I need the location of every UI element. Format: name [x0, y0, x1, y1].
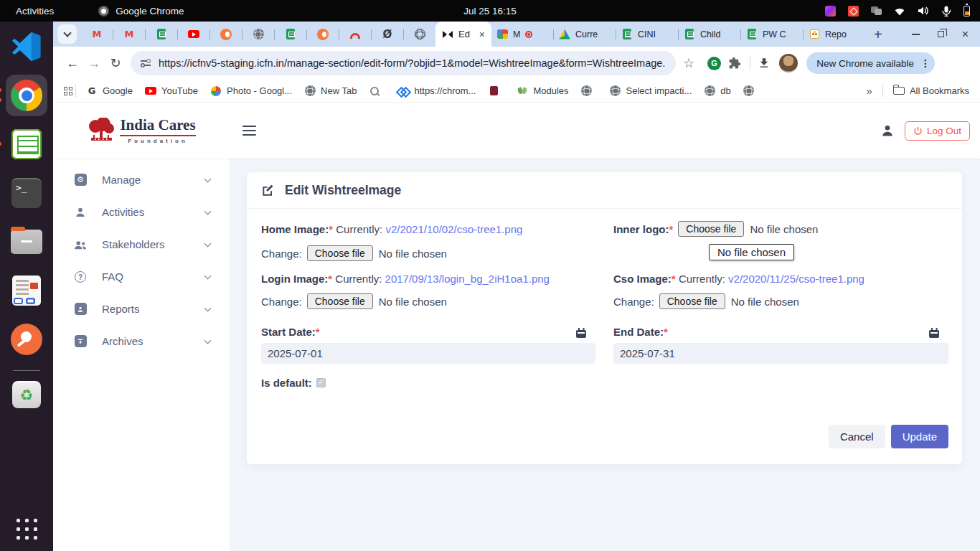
apps-grid-icon[interactable] [64, 87, 72, 95]
extensions-button[interactable] [728, 57, 741, 70]
dock-libreoffice-calc[interactable] [6, 123, 47, 165]
start-date-input[interactable] [261, 343, 595, 364]
dock-terminal[interactable]: >_ [6, 172, 47, 214]
bookmark-star-icon[interactable]: ☆ [683, 55, 694, 71]
cancel-button[interactable]: Cancel [829, 425, 885, 448]
sidebar-item-activities[interactable]: Activities [53, 196, 230, 228]
question-icon: ? [75, 271, 86, 283]
currently-label: Currently: [335, 273, 382, 285]
restore-icon[interactable] [938, 31, 944, 37]
tab-meet[interactable]: M [491, 22, 553, 47]
workspace-cube-icon[interactable] [825, 6, 836, 17]
logout-button[interactable]: Log Out [905, 121, 970, 141]
dock-chrome[interactable] [6, 75, 47, 116]
is-default-checkbox[interactable] [316, 378, 326, 387]
login-image-link[interactable]: 2017/09/13/login_bg_2iH1oa1.png [385, 273, 550, 285]
cso-image-link[interactable]: v2/2020/11/25/cso-tree1.png [728, 273, 864, 285]
home-image-choose-file-button[interactable]: Choose file [307, 245, 373, 261]
tab-sheet-child[interactable]: Child [679, 22, 740, 47]
volume-icon[interactable] [918, 6, 929, 16]
bookmark-photos[interactable]: Photo - Googl... [210, 85, 292, 97]
sidebar-item-reports[interactable]: Reports [53, 293, 230, 325]
address-bar[interactable]: https://icfnv5-staging.icfn.in/manage-se… [131, 51, 676, 75]
wifi-icon[interactable] [894, 6, 905, 16]
bookmark-stamp[interactable] [488, 85, 504, 97]
bookmark-modules[interactable]: Modules [517, 85, 568, 97]
dock-trash[interactable]: ♻ [9, 378, 44, 411]
grammarly-icon[interactable]: G [707, 57, 721, 70]
bookmark-db[interactable]: db [704, 85, 730, 97]
dock-postman[interactable] [6, 319, 47, 360]
tab-repo[interactable]: Repo [804, 22, 865, 47]
sidebar-item-faq[interactable]: ? FAQ [53, 260, 230, 293]
bookmark-youtube[interactable]: YouTube [145, 85, 198, 97]
microphone-icon[interactable] [941, 6, 951, 17]
tab-search-button[interactable] [57, 24, 77, 44]
sidebar-toggle-button[interactable] [242, 126, 256, 136]
minimize-icon[interactable] [912, 34, 920, 35]
battery-icon[interactable] [963, 6, 970, 17]
pinned-tab-globe[interactable] [242, 22, 274, 47]
inner-logo-choose-file-button[interactable]: Choose file [678, 221, 744, 237]
tab-sheet-pw[interactable]: PW C [741, 22, 803, 47]
pinned-tab-gmail-2[interactable]: M [113, 22, 145, 47]
bookmarks-bar: GGoogle YouTube Photo - Googl... New Tab… [53, 80, 980, 103]
dock-files[interactable] [6, 221, 47, 263]
new-tab-button[interactable]: + [874, 27, 882, 42]
bookmark-search[interactable] [369, 85, 385, 97]
bookmark-new-tab[interactable]: New Tab [304, 85, 357, 97]
pinned-tab-red-arc[interactable] [339, 22, 371, 47]
pinned-tab-orange-2[interactable] [307, 22, 339, 47]
running-dot [0, 98, 1, 102]
back-button[interactable]: ← [62, 51, 83, 75]
home-image-link[interactable]: v2/2021/10/02/cso-tree1.png [385, 223, 522, 235]
brand-logo[interactable]: India Cares Foundation [87, 118, 195, 144]
profile-avatar[interactable] [779, 54, 798, 72]
sidebar-item-archives[interactable]: Archives [53, 325, 230, 357]
pinned-tab-sphere[interactable] [404, 22, 435, 47]
anydesk-icon[interactable] [848, 6, 859, 17]
google-photos-icon [211, 86, 221, 96]
sidebar-item-stakeholders[interactable]: Stakeholders [53, 228, 230, 260]
focused-app-indicator[interactable]: Google Chrome [98, 6, 184, 17]
login-image-choose-file-button[interactable]: Choose file [307, 293, 373, 309]
update-button[interactable]: Update [891, 425, 948, 448]
bookmarks-overflow-button[interactable]: » [867, 85, 872, 97]
calendar-icon[interactable] [929, 328, 939, 338]
diagram-icon [810, 29, 819, 39]
close-tab-icon[interactable]: × [479, 29, 485, 39]
all-bookmarks-button[interactable]: All Bookmarks [893, 85, 969, 97]
update-chrome-chip[interactable]: New Chrome available ⋮ [806, 52, 935, 74]
bookmark-globe-1[interactable] [581, 85, 598, 97]
window-close-icon[interactable]: × [962, 29, 969, 40]
chat-icon[interactable] [871, 6, 882, 15]
sidebar-item-manage[interactable]: ⚙ Manage [53, 164, 230, 196]
site-settings-icon[interactable] [141, 59, 151, 67]
active-tab[interactable]: Ed × [435, 22, 491, 47]
bookmark-select-impact[interactable]: Select impacti... [610, 85, 692, 97]
pinned-tab-youtube[interactable] [178, 22, 209, 47]
pinned-tab-null[interactable]: Ø [372, 22, 403, 47]
calendar-icon[interactable] [576, 328, 586, 338]
activities-button[interactable]: Activities [16, 6, 54, 17]
pinned-tab-sheets-2[interactable] [275, 22, 306, 47]
bookmark-chrome-link[interactable]: https://chrom... [397, 85, 476, 97]
bookmark-globe-2[interactable] [743, 85, 760, 97]
tab-title: Curre [575, 29, 598, 39]
reload-button[interactable]: ↻ [105, 51, 126, 75]
cso-image-choose-file-button[interactable]: Choose file [659, 293, 725, 309]
menu-kebab-icon[interactable]: ⋮ [920, 57, 930, 69]
user-icon[interactable] [880, 123, 895, 138]
pinned-tab-orange-1[interactable] [210, 22, 242, 47]
end-date-input[interactable] [613, 343, 948, 364]
dock-libreoffice-impress[interactable] [6, 270, 47, 311]
bookmark-google[interactable]: GGoogle [86, 85, 133, 97]
show-applications-button[interactable] [17, 519, 37, 540]
tab-sheet-cini[interactable]: CINI [616, 22, 678, 47]
pinned-tab-gmail-1[interactable]: M [81, 22, 113, 47]
forward-button[interactable]: → [83, 51, 105, 75]
pinned-tab-sheets-1[interactable] [146, 22, 177, 47]
dock-vscode[interactable] [6, 26, 47, 67]
downloads-button[interactable] [758, 57, 771, 70]
tab-drive[interactable]: Curre [554, 22, 616, 47]
